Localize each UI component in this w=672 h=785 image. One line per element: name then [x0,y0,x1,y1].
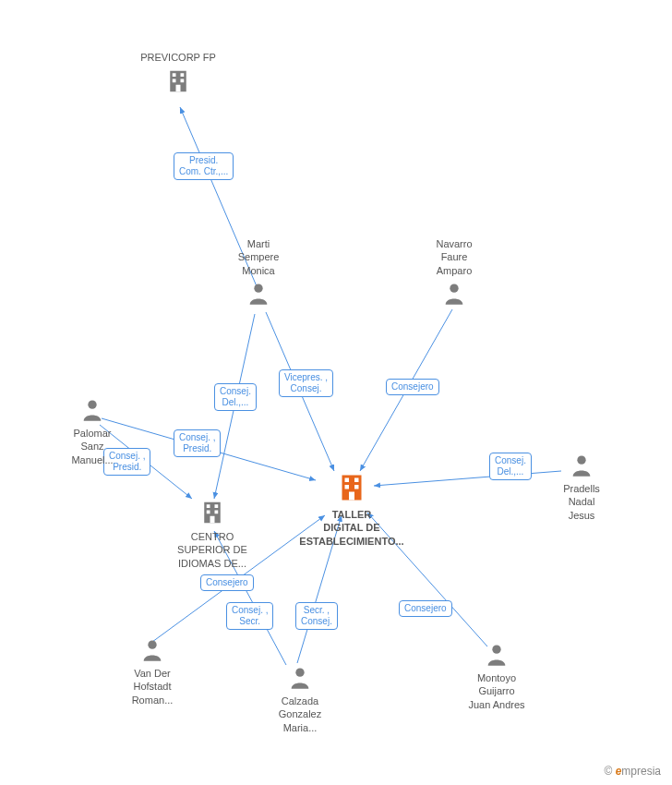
watermark-copyright: © [604,765,615,778]
person-montoyo-label: Montoyo Guijarro Juan Andres [468,671,524,711]
person-calzada[interactable]: Calzada Gonzalez Maria... [258,665,342,734]
person-navarro[interactable]: Navarro Faure Amparo [417,237,491,307]
person-marti[interactable]: Marti Sempere Monica [222,237,295,307]
person-vander[interactable]: Van Der Hofstadt Roman... [111,637,194,706]
edge-label-presid-com-ctr: Presid. Com. Ctr.,... [174,152,234,180]
svg-rect-28 [345,478,350,483]
person-palomar-label: Palomar Sanz Manuel... [71,427,113,466]
watermark: © empresia [604,765,661,778]
company-centro-label: CENTRO SUPERIOR DE IDIOMAS DE... [177,530,247,570]
person-pradells-label: Pradells Nadal Jesus [563,482,600,522]
svg-rect-23 [215,504,219,508]
svg-rect-31 [354,485,359,489]
person-icon [139,637,165,663]
svg-point-19 [88,401,96,409]
company-taller[interactable]: TALLER DIGITAL DE ESTABLECIMIENTO... [292,471,412,548]
person-icon [287,665,313,691]
person-montoyo[interactable]: Montoyo Guijarro Juan Andres [450,642,543,711]
edge-label-consejero-vander: Consejero [200,574,254,591]
watermark-brand-rest: mpresia [621,765,661,778]
company-taller-label: TALLER DIGITAL DE ESTABLECIMIENTO... [299,508,403,548]
svg-point-35 [492,646,500,654]
svg-rect-26 [210,516,215,524]
svg-rect-30 [345,485,350,489]
company-previcorp[interactable]: PREVICORP FP [127,51,229,95]
svg-rect-32 [349,492,354,501]
svg-rect-22 [207,504,210,508]
svg-rect-24 [207,511,210,514]
edge-label-consej-del-marti: Consej. Del.,... [214,383,257,411]
person-icon [246,281,271,307]
edge-label-secr-consej-calzada-taller: Secr. , Consej. [295,602,338,630]
company-centro[interactable]: CENTRO SUPERIOR DE IDIOMAS DE... [166,499,258,570]
person-icon [569,453,594,478]
svg-point-18 [450,284,458,292]
svg-point-33 [148,641,156,649]
svg-rect-13 [181,74,185,78]
person-calzada-label: Calzada Gonzalez Maria... [279,694,321,734]
svg-point-20 [577,456,585,465]
svg-rect-12 [173,74,176,78]
person-vander-label: Van Der Hofstadt Roman... [132,667,174,706]
person-icon [441,281,467,307]
edge-label-consejero-montoyo: Consejero [399,600,452,617]
svg-rect-16 [176,85,181,92]
building-icon [164,67,192,95]
edge-label-consej-presid-palomar-taller: Consej. , Presid. [174,429,221,457]
person-pradells[interactable]: Pradells Nadal Jesus [545,453,618,522]
edge-label-consej-secr-calzada-centro: Consej. , Secr. [226,602,273,630]
svg-rect-29 [354,478,359,483]
building-icon [198,499,226,526]
svg-rect-14 [173,79,176,83]
edge-label-consejero-navarro: Consejero [386,379,439,395]
svg-point-34 [295,669,304,677]
person-icon [79,397,105,423]
company-previcorp-label: PREVICORP FP [140,51,216,64]
person-navarro-label: Navarro Faure Amparo [436,237,472,277]
person-marti-label: Marti Sempere Monica [238,237,280,277]
edge-label-consej-del-pradells: Consej. Del.,... [489,453,532,480]
svg-rect-15 [181,79,185,83]
person-palomar[interactable]: Palomar Sanz Manuel... [55,397,129,466]
building-icon [335,471,368,504]
person-icon [484,642,510,668]
edge-label-vicepres-consej: Vicepres. , Consej. [279,369,333,397]
svg-point-17 [254,284,262,292]
svg-rect-25 [215,511,219,514]
